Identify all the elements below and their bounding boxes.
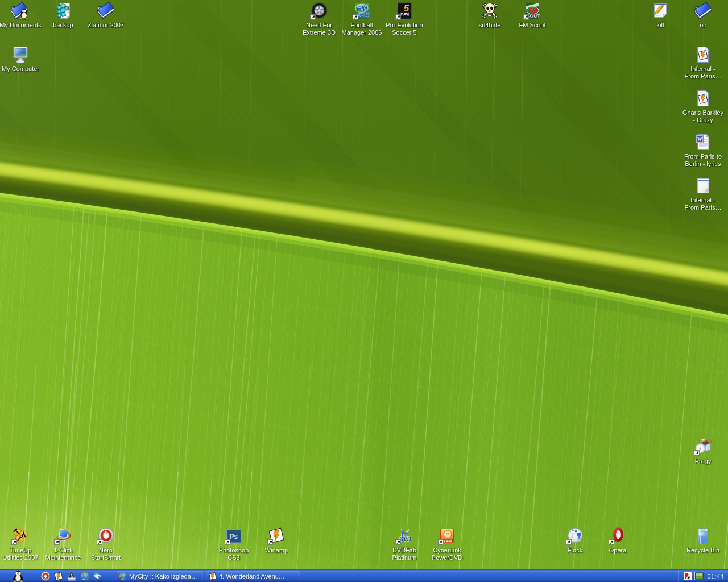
svg-text:W: W <box>697 136 702 142</box>
svg-text:Ps: Ps <box>229 533 238 541</box>
svg-text:DVD: DVD <box>399 536 411 542</box>
svg-text:PES: PES <box>400 12 410 18</box>
